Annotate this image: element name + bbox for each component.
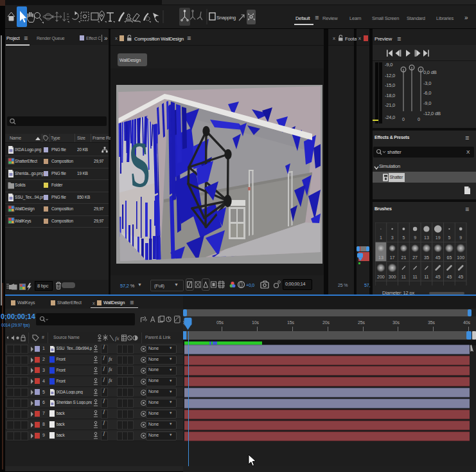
svg-text:13: 13 [424,235,429,240]
svg-text:9: 9 [414,235,416,240]
svg-text:fx: fx [115,335,119,341]
svg-text:45: 45 [447,275,452,279]
svg-text:11: 11 [401,275,406,279]
svg-text:35: 35 [424,255,429,260]
svg-text:21: 21 [401,255,407,260]
svg-text:300: 300 [389,275,396,279]
svg-text:5: 5 [448,235,450,240]
svg-text:11: 11 [424,275,428,279]
svg-text:11: 11 [412,275,417,279]
svg-text:9: 9 [459,235,462,240]
svg-text:3: 3 [391,235,394,240]
svg-text:45: 45 [436,255,441,260]
svg-text:13: 13 [378,255,383,260]
svg-text:45: 45 [436,275,441,279]
svg-text:5: 5 [402,235,405,240]
svg-text:17: 17 [390,255,395,260]
svg-text:1: 1 [380,235,382,240]
svg-text:27: 27 [412,255,418,260]
svg-text:200: 200 [377,275,385,279]
svg-text:S: S [128,128,152,201]
svg-text:65: 65 [447,255,452,260]
svg-text:19: 19 [436,235,441,240]
svg-text:100: 100 [457,255,464,260]
svg-text:45: 45 [458,275,463,279]
